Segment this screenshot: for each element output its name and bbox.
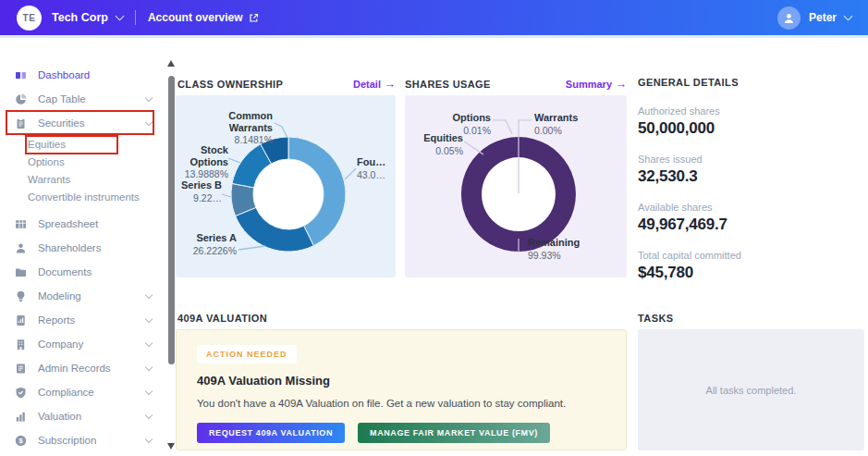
company-switcher[interactable]: Tech Corp bbox=[42, 11, 123, 24]
sidebar-item-securities[interactable]: Securities bbox=[0, 111, 166, 135]
valuation-409a-card: ACTION NEEDED 409A Valuation Missing You… bbox=[176, 329, 627, 450]
callout-label: Fou… bbox=[357, 156, 396, 168]
callout-warrants: Warrants 0.00% bbox=[534, 112, 590, 136]
sidebar-item-reports[interactable]: Reports bbox=[0, 308, 166, 332]
sidebar-item-documents[interactable]: Documents bbox=[0, 260, 166, 284]
sidebar-item-shareholders[interactable]: Shareholders bbox=[0, 236, 166, 260]
company-building-icon bbox=[15, 339, 27, 351]
callout-value: 43.0… bbox=[357, 169, 396, 180]
callout-value: 26.2226% bbox=[183, 245, 237, 256]
sidebar-item-dashboard[interactable]: Dashboard bbox=[0, 63, 166, 87]
chevron-down-icon bbox=[844, 12, 853, 21]
scroll-down-arrow[interactable] bbox=[167, 443, 175, 450]
sidebar-item-label: Compliance bbox=[38, 387, 94, 398]
securities-icon bbox=[15, 117, 27, 129]
cap-table-icon bbox=[15, 93, 27, 105]
class-ownership-detail-link[interactable]: Detail → bbox=[353, 77, 396, 91]
shares-usage-header: SHARES USAGE Summary → bbox=[405, 77, 627, 91]
callout-value: 0.00% bbox=[534, 125, 590, 136]
detail-value: 49,967,469.7 bbox=[638, 216, 864, 234]
sidebar-item-admin-records[interactable]: Admin Records bbox=[0, 356, 166, 380]
callout-label: Equities bbox=[412, 132, 463, 144]
detail-label: Shares issued bbox=[638, 154, 864, 165]
callout-label: Series A bbox=[183, 232, 237, 244]
chevron-down-icon bbox=[145, 363, 153, 370]
compliance-shield-icon bbox=[15, 387, 27, 399]
class-ownership-card: Common Warrants 8.1481% Stock Options 13… bbox=[176, 95, 396, 277]
sidebar-item-convertible-instruments[interactable]: Convertible instruments bbox=[0, 188, 166, 205]
general-details-panel: Authorized shares 50,000,000 Shares issu… bbox=[638, 105, 864, 298]
scroll-up-arrow[interactable] bbox=[167, 60, 175, 67]
sidebar-item-label: Shareholders bbox=[38, 242, 101, 253]
external-link-icon bbox=[249, 13, 259, 23]
account-overview-link[interactable]: Account overview bbox=[148, 11, 259, 24]
chevron-down-icon bbox=[145, 387, 153, 394]
valuation-actions: REQUEST 409A VALUATION MANAGE FAIR MARKE… bbox=[197, 423, 550, 443]
spreadsheet-icon bbox=[15, 218, 27, 230]
user-name: Peter bbox=[809, 11, 837, 24]
callout-label: Remaining bbox=[528, 237, 585, 249]
request-409a-valuation-button[interactable]: REQUEST 409A VALUATION bbox=[197, 423, 345, 443]
sidebar-item-company[interactable]: Company bbox=[0, 332, 166, 356]
modeling-lightbulb-icon bbox=[15, 290, 27, 302]
callout-series-b: Series B 9.22… bbox=[176, 179, 222, 203]
app-root: TE Tech Corp Account overview Peter Dash… bbox=[0, 0, 868, 456]
chevron-down-icon bbox=[145, 314, 153, 322]
documents-folder-icon bbox=[15, 266, 27, 278]
callout-common-warrants: Common Warrants 8.1481% bbox=[183, 110, 273, 145]
sidebar-item-label: Spreadsheet bbox=[38, 218, 98, 229]
valuation-chart-icon bbox=[15, 411, 27, 423]
sidebar-item-equities[interactable]: Equities bbox=[0, 135, 166, 153]
sidebar-item-label: Documents bbox=[38, 266, 92, 277]
detail-label: Authorized shares bbox=[638, 105, 864, 117]
detail-value: $45,780 bbox=[638, 264, 864, 282]
sidebar-item-label: Subscription bbox=[38, 435, 96, 446]
sidebar-item-label: Valuation bbox=[38, 411, 81, 422]
link-label: Summary bbox=[566, 79, 612, 90]
sidebar-nav: Dashboard Cap Table Securities Equities … bbox=[0, 39, 166, 456]
company-avatar[interactable]: TE bbox=[17, 6, 42, 31]
callout-value: 99.93% bbox=[528, 250, 585, 261]
manage-fmv-button[interactable]: MANAGE FAIR MARKET VALUE (FMV) bbox=[358, 423, 550, 443]
sidebar-item-options[interactable]: Options bbox=[0, 153, 166, 170]
main-content: CLASS OWNERSHIP Detail → SHARES USAGE Su… bbox=[176, 39, 868, 456]
detail-label: Available shares bbox=[638, 202, 864, 213]
admin-records-icon bbox=[15, 363, 27, 375]
detail-value: 50,000,000 bbox=[638, 119, 864, 138]
action-needed-badge: ACTION NEEDED bbox=[197, 345, 297, 364]
class-ownership-header: CLASS OWNERSHIP Detail → bbox=[177, 77, 396, 91]
chevron-down-icon bbox=[145, 93, 153, 101]
shares-usage-summary-link[interactable]: Summary → bbox=[566, 77, 627, 91]
section-title: GENERAL DETAILS bbox=[638, 77, 739, 88]
dashboard-icon bbox=[15, 69, 27, 81]
detail-available-shares: Available shares 49,967,469.7 bbox=[638, 202, 864, 234]
sidebar-item-compliance[interactable]: Compliance bbox=[0, 380, 166, 404]
detail-shares-issued: Shares issued 32,530.3 bbox=[638, 154, 864, 186]
top-header: TE Tech Corp Account overview Peter bbox=[0, 0, 868, 38]
chevron-down-icon bbox=[145, 339, 153, 346]
subscription-dollar-icon: $ bbox=[15, 435, 27, 447]
section-title: 409A VALUATION bbox=[177, 313, 267, 324]
sidebar-item-cap-table[interactable]: Cap Table bbox=[0, 87, 166, 111]
sidebar-item-modeling[interactable]: Modeling bbox=[0, 284, 166, 308]
link-label: Detail bbox=[353, 79, 381, 90]
shares-usage-card: Options 0.01% Warrants 0.00% Equities 0.… bbox=[405, 95, 627, 277]
reports-icon bbox=[15, 314, 27, 327]
scrollbar-thumb[interactable] bbox=[168, 76, 175, 364]
callout-label: Series B bbox=[176, 179, 222, 191]
callout-stock-options: Stock Options 13.9888% bbox=[176, 144, 228, 179]
section-title: SHARES USAGE bbox=[405, 79, 491, 90]
sidebar-item-subscription[interactable]: $ Subscription bbox=[0, 428, 166, 452]
user-menu[interactable]: Peter bbox=[777, 6, 851, 30]
sidebar-item-label: Dashboard bbox=[38, 69, 90, 80]
valuation-409a-header: 409A VALUATION bbox=[177, 313, 396, 324]
arrow-right-icon: → bbox=[615, 77, 627, 91]
tasks-header: TASKS bbox=[638, 313, 864, 324]
callout-label: Common Warrants bbox=[183, 110, 273, 133]
sidebar-item-spreadsheet[interactable]: Spreadsheet bbox=[0, 212, 166, 236]
sidebar-item-label: Modeling bbox=[38, 290, 81, 302]
sidebar-item-warrants[interactable]: Warrants bbox=[0, 170, 166, 188]
sidebar-item-valuation[interactable]: Valuation bbox=[0, 404, 166, 428]
chevron-down-icon bbox=[145, 435, 153, 442]
shares-usage-donut[interactable] bbox=[405, 95, 627, 277]
